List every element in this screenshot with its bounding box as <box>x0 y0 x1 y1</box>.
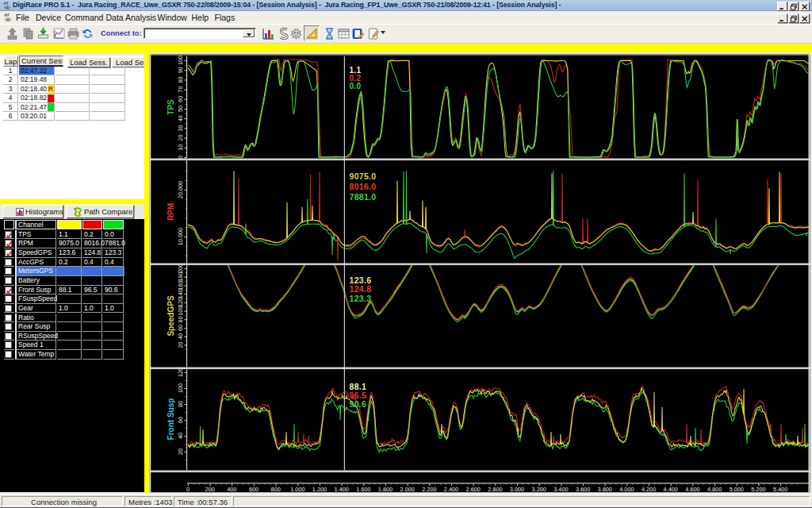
svg-text:200: 200 <box>205 486 215 493</box>
svg-text:10.000: 10.000 <box>177 228 184 245</box>
svg-text:0: 0 <box>186 486 190 493</box>
svg-text:3.600: 3.600 <box>576 486 590 493</box>
svg-text:2.400: 2.400 <box>444 486 458 493</box>
svg-text:TPS: TPS <box>167 99 175 115</box>
svg-text:40: 40 <box>177 433 184 439</box>
svg-text:80: 80 <box>177 401 184 407</box>
svg-text:90: 90 <box>177 67 184 73</box>
svg-text:60: 60 <box>177 325 184 331</box>
svg-text:10: 10 <box>177 144 184 151</box>
svg-text:80: 80 <box>177 76 184 83</box>
svg-text:2.600: 2.600 <box>466 486 481 493</box>
svg-text:100: 100 <box>177 56 184 65</box>
svg-text:1.800: 1.800 <box>378 486 393 493</box>
svg-text:80: 80 <box>177 316 184 322</box>
svg-text:90.6: 90.6 <box>350 399 367 409</box>
svg-text:0.0: 0.0 <box>350 82 362 90</box>
svg-text:800: 800 <box>271 486 281 493</box>
svg-text:5.200: 5.200 <box>751 486 765 493</box>
svg-text:120: 120 <box>177 368 184 377</box>
svg-text:8016.0: 8016.0 <box>350 182 377 191</box>
svg-text:4.600: 4.600 <box>685 486 699 493</box>
svg-text:20: 20 <box>177 341 184 348</box>
svg-text:60: 60 <box>177 417 184 423</box>
svg-text:70: 70 <box>177 87 184 93</box>
svg-text:20.000: 20.000 <box>177 181 184 198</box>
svg-text:50: 50 <box>177 106 184 112</box>
svg-text:1.200: 1.200 <box>312 486 327 493</box>
svg-text:2.800: 2.800 <box>488 486 502 493</box>
svg-text:RPM: RPM <box>167 203 175 221</box>
svg-text:4.200: 4.200 <box>642 486 656 493</box>
svg-text:7881.0: 7881.0 <box>350 192 377 202</box>
svg-text:3.000: 3.000 <box>510 486 524 493</box>
svg-text:20: 20 <box>177 448 184 455</box>
svg-text:Front Susp: Front Susp <box>167 398 175 441</box>
svg-text:5.400: 5.400 <box>773 486 787 493</box>
svg-text:4.800: 4.800 <box>707 486 722 493</box>
svg-text:30: 30 <box>177 125 184 131</box>
svg-text:400: 400 <box>227 486 236 493</box>
svg-text:3.800: 3.800 <box>598 486 612 493</box>
svg-text:40: 40 <box>177 115 184 121</box>
svg-text:123.6: 123.6 <box>350 275 372 285</box>
svg-text:100: 100 <box>177 383 184 393</box>
svg-text:3.400: 3.400 <box>553 486 568 493</box>
svg-text:124.8: 124.8 <box>350 284 372 294</box>
svg-text:600: 600 <box>249 486 259 493</box>
svg-text:1.000: 1.000 <box>290 486 304 493</box>
svg-text:SpeedGPS: SpeedGPS <box>167 295 175 336</box>
svg-text:4.000: 4.000 <box>619 486 634 493</box>
svg-text:60: 60 <box>177 96 184 102</box>
svg-text:4.400: 4.400 <box>664 486 678 493</box>
svg-text:40: 40 <box>177 333 184 340</box>
svg-text:3.200: 3.200 <box>532 486 546 493</box>
svg-text:200: 200 <box>177 264 184 273</box>
svg-text:2.000: 2.000 <box>400 486 415 493</box>
svg-text:1.600: 1.600 <box>356 486 370 493</box>
svg-text:9075.0: 9075.0 <box>350 171 377 181</box>
svg-text:5.000: 5.000 <box>730 486 744 493</box>
svg-text:2.200: 2.200 <box>422 486 436 493</box>
svg-text:1.400: 1.400 <box>335 486 349 493</box>
svg-text:0: 0 <box>177 156 184 159</box>
svg-text:20: 20 <box>177 135 184 141</box>
svg-text:123.3: 123.3 <box>350 294 372 303</box>
